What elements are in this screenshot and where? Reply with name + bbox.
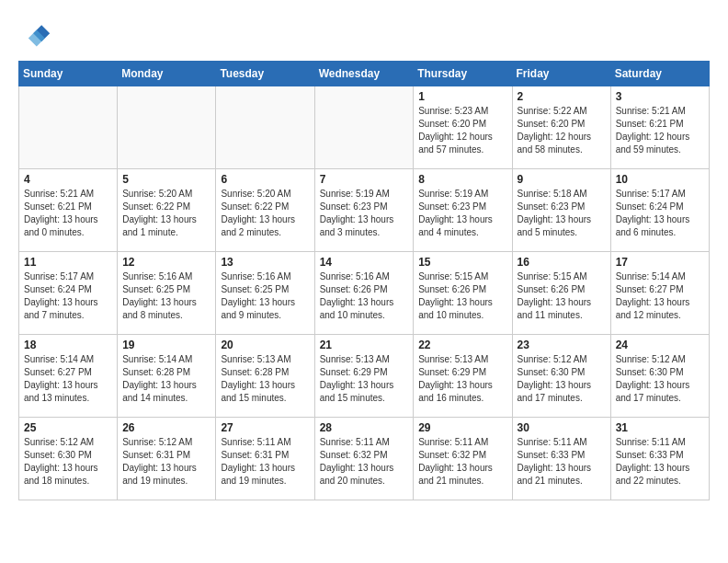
day-info: Sunrise: 5:13 AM Sunset: 6:29 PM Dayligh… xyxy=(320,353,409,405)
day-number: 14 xyxy=(320,256,409,269)
day-number: 8 xyxy=(418,173,506,186)
day-info: Sunrise: 5:16 AM Sunset: 6:25 PM Dayligh… xyxy=(122,270,210,322)
day-number: 28 xyxy=(320,421,409,434)
day-info: Sunrise: 5:19 AM Sunset: 6:23 PM Dayligh… xyxy=(418,188,506,239)
calendar-header-monday: Monday xyxy=(118,62,216,86)
calendar-cell: 19Sunrise: 5:14 AM Sunset: 6:28 PM Dayli… xyxy=(118,335,216,418)
calendar-cell xyxy=(216,86,314,169)
day-number: 21 xyxy=(320,339,409,351)
day-number: 31 xyxy=(616,421,704,434)
calendar-cell xyxy=(118,86,216,169)
calendar-cell: 13Sunrise: 5:16 AM Sunset: 6:25 PM Dayli… xyxy=(216,252,314,335)
day-info: Sunrise: 5:20 AM Sunset: 6:22 PM Dayligh… xyxy=(122,188,210,239)
calendar-cell: 24Sunrise: 5:12 AM Sunset: 6:30 PM Dayli… xyxy=(610,335,709,418)
calendar-header-row: SundayMondayTuesdayWednesdayThursdayFrid… xyxy=(19,62,710,86)
calendar-cell: 1Sunrise: 5:23 AM Sunset: 6:20 PM Daylig… xyxy=(414,86,512,169)
day-number: 26 xyxy=(122,421,210,434)
calendar-cell: 18Sunrise: 5:14 AM Sunset: 6:27 PM Dayli… xyxy=(19,335,118,418)
day-info: Sunrise: 5:12 AM Sunset: 6:30 PM Dayligh… xyxy=(518,353,606,405)
day-info: Sunrise: 5:21 AM Sunset: 6:21 PM Dayligh… xyxy=(24,188,112,239)
calendar-cell: 5Sunrise: 5:20 AM Sunset: 6:22 PM Daylig… xyxy=(118,169,216,252)
day-info: Sunrise: 5:23 AM Sunset: 6:20 PM Dayligh… xyxy=(418,105,506,156)
calendar-header-sunday: Sunday xyxy=(19,62,118,86)
calendar-cell: 15Sunrise: 5:15 AM Sunset: 6:26 PM Dayli… xyxy=(414,252,512,335)
calendar-week-2: 11Sunrise: 5:17 AM Sunset: 6:24 PM Dayli… xyxy=(19,252,710,335)
day-number: 24 xyxy=(616,339,704,351)
calendar-cell: 9Sunrise: 5:18 AM Sunset: 6:23 PM Daylig… xyxy=(512,169,610,252)
calendar-cell: 7Sunrise: 5:19 AM Sunset: 6:23 PM Daylig… xyxy=(314,169,414,252)
day-number: 18 xyxy=(24,339,112,351)
calendar-table: SundayMondayTuesdayWednesdayThursdayFrid… xyxy=(18,61,710,500)
day-number: 6 xyxy=(221,173,309,186)
day-number: 19 xyxy=(122,339,210,351)
calendar-header-thursday: Thursday xyxy=(414,62,512,86)
page-header xyxy=(18,18,710,52)
day-number: 23 xyxy=(518,339,606,351)
calendar-body: 1Sunrise: 5:23 AM Sunset: 6:20 PM Daylig… xyxy=(19,86,710,500)
day-number: 4 xyxy=(24,173,112,186)
day-info: Sunrise: 5:19 AM Sunset: 6:23 PM Dayligh… xyxy=(320,188,409,239)
calendar-cell: 6Sunrise: 5:20 AM Sunset: 6:22 PM Daylig… xyxy=(216,169,314,252)
day-info: Sunrise: 5:11 AM Sunset: 6:33 PM Dayligh… xyxy=(616,436,704,488)
day-number: 17 xyxy=(616,256,704,269)
day-number: 7 xyxy=(320,173,409,186)
calendar-week-0: 1Sunrise: 5:23 AM Sunset: 6:20 PM Daylig… xyxy=(19,86,710,169)
day-number: 25 xyxy=(24,421,112,434)
day-info: Sunrise: 5:14 AM Sunset: 6:28 PM Dayligh… xyxy=(122,353,210,405)
day-info: Sunrise: 5:11 AM Sunset: 6:31 PM Dayligh… xyxy=(221,436,309,488)
day-info: Sunrise: 5:17 AM Sunset: 6:24 PM Dayligh… xyxy=(24,270,112,322)
calendar-cell: 16Sunrise: 5:15 AM Sunset: 6:26 PM Dayli… xyxy=(512,252,610,335)
calendar-cell: 11Sunrise: 5:17 AM Sunset: 6:24 PM Dayli… xyxy=(19,252,118,335)
day-info: Sunrise: 5:15 AM Sunset: 6:26 PM Dayligh… xyxy=(418,270,506,322)
calendar-cell: 2Sunrise: 5:22 AM Sunset: 6:20 PM Daylig… xyxy=(512,86,610,169)
calendar-week-4: 25Sunrise: 5:12 AM Sunset: 6:30 PM Dayli… xyxy=(19,418,710,500)
day-info: Sunrise: 5:12 AM Sunset: 6:31 PM Dayligh… xyxy=(122,436,210,488)
day-info: Sunrise: 5:15 AM Sunset: 6:26 PM Dayligh… xyxy=(518,270,606,322)
calendar-header-wednesday: Wednesday xyxy=(314,62,414,86)
day-number: 9 xyxy=(518,173,606,186)
calendar-cell: 26Sunrise: 5:12 AM Sunset: 6:31 PM Dayli… xyxy=(118,418,216,500)
day-number: 11 xyxy=(24,256,112,269)
day-number: 3 xyxy=(616,90,704,103)
logo-icon xyxy=(18,18,51,52)
day-number: 1 xyxy=(418,90,506,103)
day-number: 20 xyxy=(221,339,309,351)
calendar-cell: 4Sunrise: 5:21 AM Sunset: 6:21 PM Daylig… xyxy=(19,169,118,252)
calendar-cell: 14Sunrise: 5:16 AM Sunset: 6:26 PM Dayli… xyxy=(314,252,414,335)
day-info: Sunrise: 5:11 AM Sunset: 6:32 PM Dayligh… xyxy=(418,436,506,488)
day-info: Sunrise: 5:16 AM Sunset: 6:25 PM Dayligh… xyxy=(221,270,309,322)
day-info: Sunrise: 5:14 AM Sunset: 6:27 PM Dayligh… xyxy=(616,270,704,322)
day-number: 10 xyxy=(616,173,704,186)
day-number: 27 xyxy=(221,421,309,434)
day-info: Sunrise: 5:12 AM Sunset: 6:30 PM Dayligh… xyxy=(24,436,112,488)
day-number: 30 xyxy=(518,421,606,434)
day-info: Sunrise: 5:11 AM Sunset: 6:33 PM Dayligh… xyxy=(518,436,606,488)
calendar-cell: 22Sunrise: 5:13 AM Sunset: 6:29 PM Dayli… xyxy=(414,335,512,418)
calendar-cell: 28Sunrise: 5:11 AM Sunset: 6:32 PM Dayli… xyxy=(314,418,414,500)
calendar-cell xyxy=(19,86,118,169)
calendar-cell: 21Sunrise: 5:13 AM Sunset: 6:29 PM Dayli… xyxy=(314,335,414,418)
day-number: 2 xyxy=(518,90,606,103)
logo xyxy=(18,18,55,52)
calendar-cell: 12Sunrise: 5:16 AM Sunset: 6:25 PM Dayli… xyxy=(118,252,216,335)
day-info: Sunrise: 5:11 AM Sunset: 6:32 PM Dayligh… xyxy=(320,436,409,488)
day-info: Sunrise: 5:16 AM Sunset: 6:26 PM Dayligh… xyxy=(320,270,409,322)
calendar-header-tuesday: Tuesday xyxy=(216,62,314,86)
calendar-cell xyxy=(314,86,414,169)
day-number: 15 xyxy=(418,256,506,269)
calendar-cell: 25Sunrise: 5:12 AM Sunset: 6:30 PM Dayli… xyxy=(19,418,118,500)
calendar-cell: 8Sunrise: 5:19 AM Sunset: 6:23 PM Daylig… xyxy=(414,169,512,252)
day-number: 16 xyxy=(518,256,606,269)
calendar-week-3: 18Sunrise: 5:14 AM Sunset: 6:27 PM Dayli… xyxy=(19,335,710,418)
day-number: 13 xyxy=(221,256,309,269)
day-number: 22 xyxy=(418,339,506,351)
calendar-cell: 3Sunrise: 5:21 AM Sunset: 6:21 PM Daylig… xyxy=(610,86,709,169)
day-info: Sunrise: 5:13 AM Sunset: 6:29 PM Dayligh… xyxy=(418,353,506,405)
calendar-header-friday: Friday xyxy=(512,62,610,86)
calendar-week-1: 4Sunrise: 5:21 AM Sunset: 6:21 PM Daylig… xyxy=(19,169,710,252)
calendar-cell: 10Sunrise: 5:17 AM Sunset: 6:24 PM Dayli… xyxy=(610,169,709,252)
day-info: Sunrise: 5:22 AM Sunset: 6:20 PM Dayligh… xyxy=(518,105,606,156)
day-info: Sunrise: 5:21 AM Sunset: 6:21 PM Dayligh… xyxy=(616,105,704,156)
day-number: 5 xyxy=(122,173,210,186)
calendar-cell: 30Sunrise: 5:11 AM Sunset: 6:33 PM Dayli… xyxy=(512,418,610,500)
